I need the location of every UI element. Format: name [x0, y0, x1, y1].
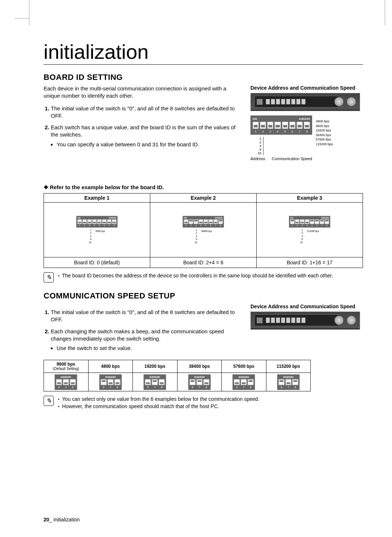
dip-tiny: KS022H 678: [233, 374, 255, 390]
page: initialization BOARD ID SETTING Each dev…: [0, 0, 392, 537]
section-heading-board-id: BOARD ID SETTING: [44, 73, 363, 82]
comm-step-2-bullet: Use the switch to set the value.: [57, 345, 240, 352]
speed-header: 38400 bps: [177, 360, 222, 373]
figure-caption: Device Address and Communication Speed: [250, 85, 363, 91]
page-number: 20: [44, 517, 49, 522]
board-id-intro: Each device in the multi-serial communic…: [44, 85, 240, 100]
speed-table: 9600 bps(Default Setting) KS022H 678 480…: [44, 360, 311, 391]
dial-icon: [334, 97, 344, 106]
speed-body: KS022H 678: [177, 373, 222, 391]
speed-header: 115200 bps: [266, 360, 311, 373]
board-id-figure: Device Address and Communication Speed: [250, 85, 363, 191]
board-id-row: Each device in the multi-serial communic…: [44, 85, 363, 191]
sub-caption-address: Address: [250, 156, 265, 161]
example-col-3: Example 3 ONKS022H 12345678 124816 11520…: [257, 194, 363, 268]
speed-header: 19200 bps: [133, 360, 177, 373]
speed-col: 19200 bps KS022H 678: [133, 360, 177, 391]
note-1-text: The board ID becomes the address of the …: [58, 272, 363, 280]
speed-col: 115200 bps KS022H 678: [266, 360, 311, 391]
dip-example-1: ONKS022H 12345678 124816 9600 bps: [76, 216, 118, 244]
note-2a: You can select only one value from the 6…: [58, 396, 363, 403]
dip-tiny: KS022H 678: [144, 374, 166, 390]
speed-col: 4800 bps KS022H 678: [89, 360, 133, 391]
dip-tiny: KS022H 678: [55, 374, 77, 390]
address-values: 1 2 4 8 16: [250, 137, 312, 155]
chapter-title: initialization: [44, 40, 363, 65]
comm-step-2: Each changing the switch makes a beep, a…: [51, 328, 240, 352]
crop-mark-right: [385, 0, 385, 25]
sub-caption-speed: Communication Speed: [272, 156, 312, 161]
dip-diagram: ON KS022H: [250, 115, 363, 161]
page-footer: 20_ initialization: [44, 517, 80, 522]
board-id-step-1: The initial value of the switch is "0", …: [51, 105, 240, 120]
speed-col: 9600 bps(Default Setting) KS022H 678: [44, 360, 89, 391]
dip-tiny: KS022H 678: [277, 374, 299, 390]
note-2: ✎ You can select only one value from the…: [44, 396, 363, 410]
example-col-2: Example 2 ONKS022H 12345678 124816 38400…: [150, 194, 257, 268]
speed-legend: 4800 bps 9600 bps 19200 bps 38400 bps 57…: [316, 119, 333, 161]
board-id-step-2-bullet: You can specify a value between 0 and 31…: [57, 141, 240, 148]
dip-photo: [250, 93, 360, 111]
note-icon: ✎: [44, 272, 54, 282]
speed-header: 57600 bps: [222, 360, 266, 373]
footer-text: initialization: [53, 517, 79, 522]
dial-icon: [347, 97, 356, 106]
dip-tiny: KS022H 678: [99, 374, 122, 390]
speed-body: KS022H 678: [133, 373, 177, 391]
board-id-steps: The initial value of the switch is "0", …: [44, 105, 240, 148]
dial-icon: [347, 316, 356, 325]
speed-body: KS022H 678: [44, 373, 88, 391]
comm-speed-figure: Device Address and Communication Speed: [250, 304, 363, 356]
board-id-text: Each device in the multi-serial communic…: [44, 85, 240, 191]
dip-example-3: ONKS022H 12345678 124816 115200 bps: [289, 216, 330, 244]
dial-icon: [334, 316, 344, 325]
crop-mark-left: [18, 0, 29, 25]
board-id-step-2: Each switch has a unique value, and the …: [51, 124, 240, 148]
example-col-1: Example 1 ONKS022H 12345678 124816 9600 …: [44, 194, 150, 268]
comm-speed-steps: The initial value of the switch is "0", …: [44, 309, 240, 352]
speed-col: 38400 bps KS022H 678: [177, 360, 222, 391]
example-table: Example 1 ONKS022H 12345678 124816 9600 …: [44, 193, 363, 268]
comm-step-1: The initial value of the switch is "0", …: [51, 309, 240, 324]
speed-body: KS022H 678: [89, 373, 133, 391]
speed-header: 4800 bps: [89, 360, 133, 373]
speed-body: KS022H 678: [266, 373, 311, 391]
refer-line: Refer to the example below for the board…: [44, 184, 240, 191]
speed-header: 9600 bps(Default Setting): [44, 360, 88, 373]
dip-photo-2: [250, 312, 360, 330]
dip-pack: ON KS022H: [250, 115, 312, 135]
comm-speed-row: The initial value of the switch is "0", …: [44, 304, 363, 356]
note-icon: ✎: [44, 396, 54, 406]
comm-speed-text: The initial value of the switch is "0", …: [44, 304, 240, 356]
dip-tiny: KS022H 678: [188, 374, 211, 390]
section-heading-comm-speed: COMMUNICATION SPEED SETUP: [44, 291, 363, 301]
note-1: ✎ The board ID becomes the address of th…: [44, 272, 363, 282]
figure-caption-2: Device Address and Communication Speed: [250, 304, 363, 309]
note-2b: However, the communication speed should …: [58, 403, 363, 410]
dip-example-2: ONKS022H 12345678 124816 38400 bps: [183, 216, 224, 244]
speed-col: 57600 bps KS022H 678: [222, 360, 266, 391]
speed-body: KS022H 678: [222, 373, 266, 391]
